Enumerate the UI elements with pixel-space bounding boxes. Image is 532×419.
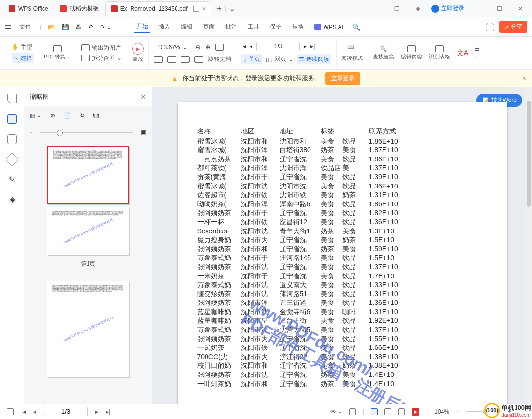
- sb-view4-icon[interactable]: [398, 408, 405, 415]
- split-merge[interactable]: 拆分合并 ⌄: [81, 54, 122, 62]
- window-copy-icon[interactable]: ❐: [389, 3, 404, 14]
- menu-edit[interactable]: 编辑: [179, 21, 194, 33]
- menu-convert[interactable]: 转换: [290, 21, 306, 33]
- extract-icon[interactable]: 📄: [64, 112, 71, 119]
- notice-login-button[interactable]: 立即登录: [325, 72, 360, 85]
- tab-document[interactable]: Ex_Removed_123456.pdf ×: [105, 1, 211, 16]
- print-icon[interactable]: 🖶: [76, 24, 82, 30]
- close-button[interactable]: ✕: [513, 3, 528, 14]
- sb-first-icon[interactable]: |◂: [21, 408, 26, 415]
- first-page-icon[interactable]: |◂: [241, 43, 246, 50]
- menu-comment[interactable]: 批注: [223, 21, 239, 33]
- thumb-large-icon[interactable]: ▣: [141, 129, 146, 136]
- output-image[interactable]: 输出为图片: [81, 44, 122, 52]
- search-icon[interactable]: 🔍: [352, 23, 360, 31]
- close-panel-icon[interactable]: ✕: [140, 93, 146, 101]
- cube-icon[interactable]: ◈: [410, 3, 426, 14]
- sidebar-toggle-icon[interactable]: [7, 408, 14, 415]
- next-page-icon[interactable]: ▸: [304, 43, 307, 50]
- menu-protect[interactable]: 保护: [268, 21, 283, 33]
- fit-width-icon[interactable]: [154, 56, 163, 63]
- fit-page-icon[interactable]: [167, 56, 176, 63]
- menu-hamburger-icon[interactable]: [5, 25, 11, 29]
- rotate-doc[interactable]: 旋转文档: [208, 55, 231, 63]
- vertical-scrollbar[interactable]: [525, 87, 532, 404]
- menu-page[interactable]: 页面: [201, 21, 217, 33]
- bookmark-icon[interactable]: [7, 94, 17, 103]
- menu-start[interactable]: 开始: [134, 20, 150, 33]
- add-page-icon[interactable]: ⊕: [50, 112, 55, 119]
- sb-page-input[interactable]: [44, 407, 88, 416]
- play-button[interactable]: ▶播放: [132, 43, 144, 63]
- menu-wps-ai[interactable]: WPS AI: [312, 22, 345, 32]
- edit-content[interactable]: 编辑内容: [401, 45, 422, 60]
- sb-eye-icon[interactable]: 👁 ⌄: [330, 408, 342, 415]
- tab-template[interactable]: 找稻壳模板: [55, 1, 103, 16]
- undo-icon[interactable]: ↶: [89, 24, 93, 30]
- menu-insert[interactable]: 插入: [157, 21, 172, 33]
- sb-prev-icon[interactable]: ◂: [33, 408, 36, 415]
- pdf-convert[interactable]: PDF转换 ⌄: [44, 45, 71, 60]
- thumbnail-page-1[interactable]: 蜜雪冰城沈阳市和沈阳市和美食饮品蜜雪冰城沈阳市浑白塔街奶茶美食一点点奶沈阳市和辽…: [47, 146, 129, 204]
- tab-app[interactable]: WPS Office: [4, 1, 53, 16]
- save-icon[interactable]: 💾: [62, 24, 69, 30]
- sb-zoom-out-icon[interactable]: −: [456, 408, 459, 415]
- select-tool[interactable]: ↖ 选择: [12, 53, 34, 63]
- header-tag: 标签: [321, 127, 342, 136]
- sb-view2-icon[interactable]: [371, 408, 378, 415]
- read-mode[interactable]: 📖阅读模式: [341, 44, 363, 62]
- attachments-icon[interactable]: [5, 153, 18, 166]
- single-page[interactable]: ▯ 单页: [241, 54, 262, 64]
- double-page[interactable]: ▯▯ 双页 ⌄: [266, 55, 293, 63]
- share-button[interactable]: ↗ 分享: [499, 21, 527, 33]
- document-area[interactable]: 📝 转为Word 名称 地区 地址 标签 联系方式 蜜雪冰城(沈阳市和沈阳市和美…: [152, 87, 532, 404]
- menu-tools[interactable]: 工具: [246, 21, 261, 33]
- sb-view1-icon[interactable]: [349, 408, 356, 415]
- sb-last-icon[interactable]: ▸|: [106, 408, 110, 415]
- maximize-button[interactable]: ☐: [491, 3, 507, 14]
- rotate-thumb-icon[interactable]: ↻: [80, 112, 85, 119]
- more-tool[interactable]: ⇄⌄: [475, 46, 479, 60]
- minimize-button[interactable]: —: [470, 3, 486, 14]
- file-menu[interactable]: 文件: [17, 21, 33, 33]
- sb-play-icon[interactable]: ▶: [412, 408, 419, 416]
- find-replace[interactable]: 🔍查找替换: [373, 46, 394, 60]
- table-row: 蜜雪冰城(沈阳市和沈阳市和美食饮品1.86E+10: [197, 137, 488, 146]
- prev-page-icon[interactable]: ◂: [250, 43, 252, 50]
- close-tab-icon[interactable]: ×: [202, 5, 206, 13]
- notice-close-icon[interactable]: ×: [522, 74, 526, 82]
- sb-view3-icon[interactable]: [384, 408, 391, 415]
- new-tab-button[interactable]: ＋: [213, 3, 225, 14]
- tab-menu-button[interactable]: ⌄: [226, 3, 238, 14]
- layers-icon[interactable]: ◈: [9, 195, 15, 204]
- wps-icon: [9, 5, 15, 12]
- recognize-table[interactable]: 识别表格: [429, 45, 450, 60]
- thumbnail-page-2[interactable]: 蜜雪冰城沈阳市和沈阳市和美食饮品蜜雪冰城沈阳市浑白塔街奶茶美食一点点奶沈阳市和辽…: [47, 281, 129, 377]
- sb-next-icon[interactable]: ▸: [95, 408, 98, 415]
- continuous-read[interactable]: ☰ 连续阅读: [297, 54, 331, 64]
- thumbnail-page-1b[interactable]: 蓝星咖啡沈阳市沈金觉寺街美食咖啡蓝星咖啡沈阳市皇三台子街美食饮品万象泰式沈阳市浑…: [47, 207, 129, 255]
- text-tool[interactable]: 文A: [457, 49, 468, 58]
- login-button[interactable]: 立即登录: [431, 4, 464, 13]
- zoom-combo[interactable]: 103.67% ⌄: [154, 43, 191, 52]
- comments-icon[interactable]: [7, 134, 17, 144]
- zoom-in-icon[interactable]: ⊕: [206, 44, 210, 51]
- open-icon[interactable]: 📂: [48, 24, 55, 30]
- copy-icon[interactable]: ⿻: [93, 112, 99, 119]
- hand-tool[interactable]: ✋ 手型: [12, 43, 34, 51]
- actual-size-icon[interactable]: [181, 56, 190, 63]
- last-page-icon[interactable]: ▸|: [310, 43, 315, 50]
- page-input[interactable]: [256, 42, 300, 51]
- detach-icon[interactable]: [193, 6, 199, 12]
- grid-icon[interactable]: ▦ ⌄: [30, 112, 42, 119]
- thumb-size-slider[interactable]: [40, 132, 133, 133]
- signature-icon[interactable]: ✎: [9, 175, 15, 184]
- fit-icon[interactable]: [194, 56, 203, 63]
- pdf-page-1: 名称 地区 地址 标签 联系方式 蜜雪冰城(沈阳市和沈阳市和美食饮品1.86E+…: [178, 102, 507, 404]
- thumb-small-icon[interactable]: ▫: [30, 129, 32, 136]
- thumbnails-icon[interactable]: [7, 114, 17, 124]
- cloud-icon[interactable]: [486, 23, 494, 31]
- zoom-out-icon[interactable]: ⊖: [196, 44, 201, 51]
- redo-icon[interactable]: ↷ ⌄: [100, 24, 111, 30]
- snapshot-icon[interactable]: [215, 44, 224, 51]
